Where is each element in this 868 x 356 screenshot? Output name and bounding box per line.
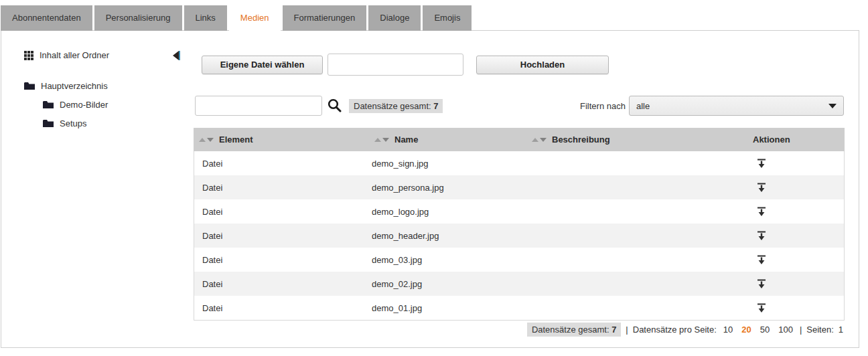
media-table: Element Name Beschreibung Aktionen Datei: [194, 128, 845, 321]
cell-element: Datei: [194, 207, 372, 217]
search-icon[interactable]: [327, 98, 342, 113]
cell-name: demo_03.jpg: [372, 255, 532, 265]
folder-icon: [24, 82, 35, 90]
tab-personalisierung[interactable]: Personalisierung: [94, 5, 182, 31]
sidebar-item-demo-bilder[interactable]: Demo-Bilder: [43, 100, 108, 110]
pagination-bar: Datensätze gesamt: 7 | Datensätze pro Se…: [527, 323, 843, 337]
sort-arrows-icon[interactable]: [199, 138, 214, 142]
pages-value: 1: [839, 325, 843, 335]
cell-name: demo_01.jpg: [372, 303, 532, 313]
cell-element: Datei: [194, 255, 372, 265]
filter-selected-value: alle: [636, 101, 650, 111]
download-icon[interactable]: [755, 277, 768, 290]
separator: |: [800, 325, 802, 335]
sidebar-root-label: Inhalt aller Ordner: [40, 50, 109, 60]
download-icon[interactable]: [755, 205, 768, 218]
download-icon[interactable]: [755, 253, 768, 266]
column-header-aktionen: Aktionen: [753, 135, 845, 145]
collapse-left-icon[interactable]: [171, 50, 181, 61]
pages-label: Seiten:: [806, 325, 833, 335]
cell-name: demo_logo.jpg: [372, 207, 532, 217]
table-row: Datei demo_02.jpg: [194, 272, 844, 296]
per-page-option-10[interactable]: 10: [723, 325, 733, 335]
table-row: Datei demo_logo.jpg: [194, 199, 844, 224]
cell-element: Datei: [194, 159, 372, 169]
records-total-badge: Datensätze gesamt: 7: [349, 99, 443, 113]
sidebar-item-all-folders[interactable]: Inhalt aller Ordner: [24, 50, 109, 60]
column-header-element: Element: [194, 135, 371, 145]
per-page-option-50[interactable]: 50: [760, 325, 770, 335]
sidebar-item-hauptverzeichnis[interactable]: Hauptverzeichnis: [24, 81, 108, 91]
content-panel: Inhalt aller Ordner Hauptverzeichnis Dem…: [1, 30, 859, 348]
table-row: Datei demo_03.jpg: [194, 248, 844, 272]
cell-element: Datei: [194, 183, 372, 193]
table-row: Datei demo_01.jpg: [194, 296, 844, 320]
column-header-name: Name: [371, 135, 532, 145]
sidebar-item-setups[interactable]: Setups: [43, 118, 86, 128]
per-page-label: Datensätze pro Seite:: [633, 325, 717, 335]
grid-icon: [24, 51, 33, 60]
table-body: Datei demo_sign.jpg Datei demo_persona.j…: [194, 151, 845, 321]
download-icon[interactable]: [755, 301, 768, 315]
search-input[interactable]: [195, 96, 322, 116]
folder-label: Setups: [60, 118, 86, 128]
caret-down-icon: [828, 104, 837, 108]
table-row: Datei demo_persona.jpg: [194, 175, 844, 199]
table-header: Element Name Beschreibung Aktionen: [194, 128, 845, 151]
cell-name: demo_persona.jpg: [372, 183, 532, 193]
cell-name: demo_sign.jpg: [372, 159, 532, 169]
cell-name: demo_02.jpg: [372, 279, 532, 289]
folder-label: Demo-Bilder: [60, 100, 108, 110]
tab-formatierungen[interactable]: Formatierungen: [283, 5, 367, 31]
folder-icon: [43, 100, 54, 109]
sort-arrows-icon[interactable]: [374, 138, 389, 142]
download-icon[interactable]: [755, 229, 768, 242]
records-total-label: Datensätze gesamt:: [354, 101, 431, 111]
cell-element: Datei: [194, 231, 372, 241]
tab-bar: Abonnentendaten Personalisierung Links M…: [1, 5, 472, 32]
tab-abonnentendaten[interactable]: Abonnentendaten: [1, 5, 92, 31]
choose-file-button[interactable]: Eigene Datei wählen: [202, 56, 323, 74]
download-icon[interactable]: [755, 157, 768, 170]
cell-name: demo_header.jpg: [372, 231, 532, 241]
records-total-value: 7: [433, 101, 438, 111]
tab-links[interactable]: Links: [184, 5, 227, 31]
folder-icon: [43, 119, 54, 128]
column-header-beschreibung: Beschreibung: [532, 135, 753, 145]
tab-emojis[interactable]: Emojis: [423, 5, 472, 31]
records-total-badge: Datensätze gesamt: 7: [527, 323, 621, 337]
file-name-input[interactable]: [328, 54, 463, 76]
filter-label: Filtern nach: [580, 101, 626, 111]
media-manager-page: Abonnentendaten Personalisierung Links M…: [0, 0, 868, 356]
sort-arrows-icon[interactable]: [532, 138, 547, 142]
tab-dialoge[interactable]: Dialoge: [368, 5, 421, 31]
folder-label: Hauptverzeichnis: [41, 81, 108, 91]
upload-button[interactable]: Hochladen: [476, 56, 609, 74]
table-row: Datei demo_header.jpg: [194, 224, 844, 248]
tab-medien[interactable]: Medien: [229, 5, 281, 32]
cell-element: Datei: [194, 279, 372, 289]
filter-dropdown[interactable]: alle: [629, 96, 844, 116]
per-page-option-20[interactable]: 20: [741, 325, 751, 335]
separator: |: [626, 325, 628, 335]
per-page-option-100[interactable]: 100: [778, 325, 793, 335]
table-row: Datei demo_sign.jpg: [194, 151, 844, 175]
download-icon[interactable]: [755, 181, 768, 194]
cell-element: Datei: [194, 303, 372, 313]
